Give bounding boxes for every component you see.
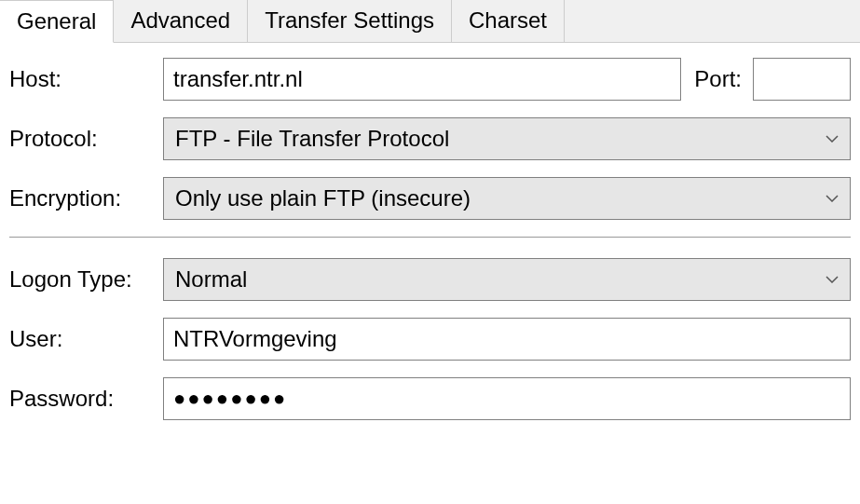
host-input[interactable]: [163, 58, 681, 101]
password-label: Password:: [9, 386, 163, 412]
protocol-select[interactable]: FTP - File Transfer Protocol: [163, 117, 851, 160]
tab-bar: General Advanced Transfer Settings Chars…: [0, 0, 860, 43]
protocol-label: Protocol:: [9, 126, 163, 152]
tab-advanced[interactable]: Advanced: [114, 0, 248, 42]
chevron-down-icon: [826, 135, 839, 143]
port-label: Port:: [694, 66, 742, 92]
section-divider: [9, 237, 851, 238]
encryption-value: Only use plain FTP (insecure): [175, 185, 471, 211]
tab-general[interactable]: General: [0, 0, 114, 43]
port-input[interactable]: [753, 58, 851, 101]
encryption-label: Encryption:: [9, 185, 163, 211]
chevron-down-icon: [826, 195, 839, 202]
chevron-down-icon: [826, 276, 839, 283]
password-input[interactable]: ●●●●●●●●: [163, 377, 851, 420]
tab-transfer-settings[interactable]: Transfer Settings: [248, 0, 452, 42]
general-panel: Host: Port: Protocol: FTP - File Transfe…: [0, 43, 860, 420]
logon-type-value: Normal: [175, 266, 247, 293]
encryption-select[interactable]: Only use plain FTP (insecure): [163, 177, 851, 220]
user-input[interactable]: [163, 318, 851, 361]
tab-charset[interactable]: Charset: [452, 0, 565, 42]
logon-type-label: Logon Type:: [9, 266, 163, 293]
protocol-value: FTP - File Transfer Protocol: [175, 126, 449, 152]
logon-type-select[interactable]: Normal: [163, 258, 851, 301]
user-label: User:: [9, 326, 163, 352]
host-label: Host:: [9, 66, 163, 92]
